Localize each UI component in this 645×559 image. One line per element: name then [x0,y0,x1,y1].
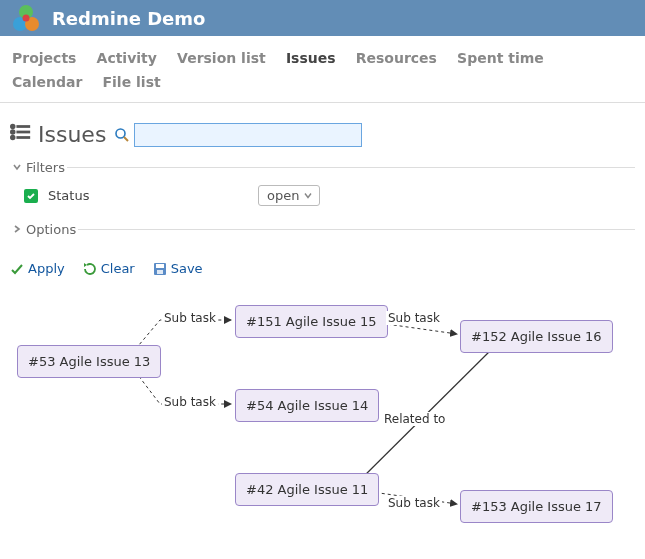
chevron-down-icon [303,188,313,203]
nav-version-list[interactable]: Version list [169,46,274,70]
options-legend: Options [26,222,76,237]
options-fieldset: Options [10,222,635,247]
search-input[interactable] [134,123,362,147]
edge-label: Sub task [162,395,218,409]
svg-rect-17 [157,270,163,274]
app-logo [10,2,42,34]
issue-node-42[interactable]: #42 Agile Issue 11 [235,473,379,506]
filters-legend: Filters [26,160,65,175]
options-toggle[interactable]: Options [10,222,78,237]
apply-label: Apply [28,261,65,276]
svg-point-3 [23,15,30,22]
svg-point-10 [11,125,14,128]
search-icon[interactable] [114,127,130,143]
svg-point-12 [11,136,14,139]
reload-icon [83,262,97,276]
check-icon [10,262,24,276]
app-title: Redmine Demo [52,8,205,29]
apply-button[interactable]: Apply [10,261,65,276]
content: Issues Filters Status open Options [0,103,645,540]
nav-projects[interactable]: Projects [4,46,84,70]
edge-label: Sub task [386,496,442,510]
filters-toggle[interactable]: Filters [10,160,67,175]
save-label: Save [171,261,203,276]
top-bar: Redmine Demo [0,0,645,36]
nav-activity[interactable]: Activity [89,46,165,70]
save-icon [153,262,167,276]
page-title-row: Issues [10,121,635,148]
clear-button[interactable]: Clear [83,261,135,276]
issue-node-152[interactable]: #152 Agile Issue 16 [460,320,613,353]
issue-node-53[interactable]: #53 Agile Issue 13 [17,345,161,378]
nav-spent-time[interactable]: Spent time [449,46,552,70]
issue-node-151[interactable]: #151 Agile Issue 15 [235,305,388,338]
edge-label: Sub task [162,311,218,325]
status-checkbox[interactable] [24,189,38,203]
main-nav: Projects Activity Version list Issues Re… [0,36,645,103]
save-button[interactable]: Save [153,261,203,276]
nav-resources[interactable]: Resources [348,46,445,70]
issue-node-153[interactable]: #153 Agile Issue 17 [460,490,613,523]
chevron-right-icon [12,222,22,237]
status-label: Status [48,188,248,203]
issue-node-54[interactable]: #54 Agile Issue 14 [235,389,379,422]
status-select-value: open [267,188,299,203]
actions-row: Apply Clear Save [10,253,635,290]
svg-point-11 [11,131,14,134]
clear-label: Clear [101,261,135,276]
nav-issues[interactable]: Issues [278,46,344,70]
filter-row-status: Status open [10,181,635,212]
nav-calendar[interactable]: Calendar [4,70,90,94]
page-title-text: Issues [38,122,106,147]
svg-line-14 [124,137,128,141]
nav-file-list[interactable]: File list [95,70,169,94]
list-icon [10,121,32,148]
relations-diagram: #53 Agile Issue 13 #151 Agile Issue 15 #… [10,290,635,530]
svg-point-13 [116,129,125,138]
edge-label: Related to [382,412,447,426]
svg-rect-16 [156,264,164,268]
page-title: Issues [10,121,106,148]
chevron-down-icon [12,160,22,175]
status-select[interactable]: open [258,185,320,206]
filters-fieldset: Filters Status open [10,160,635,216]
edge-label: Sub task [386,311,442,325]
